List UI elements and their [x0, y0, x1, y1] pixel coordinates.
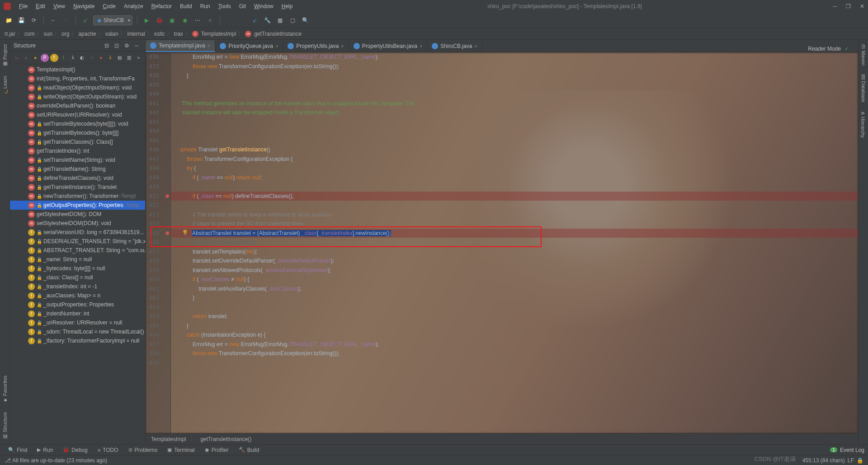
hide-icon[interactable]: ─ — [132, 41, 142, 51]
edge-tab-maven[interactable]: m Maven — [859, 40, 868, 70]
bt-debug[interactable]: 🐞 Debug — [58, 445, 92, 455]
crumb[interactable]: internal — [127, 31, 145, 37]
menu-analyze[interactable]: Analyze — [120, 1, 147, 11]
code-content[interactable]: ErrorMsg err = new ErrorMsg(ErrorMsg.TRA… — [171, 52, 858, 433]
tree-item[interactable]: m🔒getTransletInstance(): Translet — [10, 183, 145, 192]
tree-item[interactable]: f🔒_tfactory: TransformerFactoryImpl = nu… — [10, 336, 145, 345]
maximize-icon[interactable]: ❐ — [846, 3, 851, 9]
crumb[interactable]: TemplatesImpl — [201, 31, 236, 37]
lambda-icon[interactable]: λ — [69, 54, 77, 62]
menu-help[interactable]: Help — [278, 1, 297, 11]
proj-struct-icon[interactable]: ▦ — [275, 15, 285, 25]
menu-view[interactable]: View — [50, 1, 69, 11]
crumb[interactable]: sun — [44, 31, 52, 37]
tree-item[interactable]: m🔒defineTransletClasses(): void — [10, 174, 145, 183]
t4-icon[interactable]: ▤ — [116, 54, 124, 62]
tree-item[interactable]: m🔒getTransletClasses(): Class[] — [10, 137, 145, 146]
sort-icon[interactable]: ↓ₐ — [13, 54, 21, 62]
menu-file[interactable]: File — [15, 1, 31, 11]
search-all-icon[interactable]: ▢ — [288, 15, 298, 25]
tree-item[interactable]: m🔒setTransletName(String): void — [10, 155, 145, 164]
editor-tab[interactable]: PriorityQueue.java× — [215, 40, 283, 52]
tree-item[interactable]: f🔒ABSTRACT_TRANSLET: String = "com.sun — [10, 246, 145, 255]
minimize-icon[interactable]: ─ — [833, 3, 837, 9]
i-icon[interactable]: I — [60, 54, 68, 62]
save-icon[interactable]: 💾 — [16, 15, 26, 25]
menu-tools[interactable]: Tools — [215, 1, 235, 11]
tree-item[interactable]: f🔒_class: Class[] = null — [10, 273, 145, 282]
tree-item[interactable]: m🔒readObject(ObjectInputStream): void — [10, 83, 145, 92]
editor-tab[interactable]: ShiroCB.java× — [427, 40, 482, 52]
search-icon[interactable]: 🔍 — [301, 15, 311, 25]
profile-icon[interactable]: ◉ — [180, 15, 190, 25]
tree-item[interactable]: f🔒_uriResolver: URIResolver = null — [10, 318, 145, 327]
vcs-icon[interactable]: ⎇ — [5, 457, 11, 464]
build-icon[interactable]: ↙ — [80, 15, 90, 25]
ed-crumb[interactable]: TemplatesImpl — [151, 436, 186, 442]
run-icon[interactable]: ▶ — [142, 15, 152, 25]
editor-tab[interactable]: TemplatesImpl.java× — [146, 40, 215, 52]
ed-crumb[interactable]: getTransletInstance() — [200, 436, 251, 442]
menu-code[interactable]: Code — [99, 1, 119, 11]
menu-edit[interactable]: Edit — [32, 1, 49, 11]
tree-item[interactable]: f🔒_transletIndex: int = -1 — [10, 282, 145, 291]
more-icon[interactable]: » — [134, 54, 142, 62]
bt-problems[interactable]: ⊘ Problems — [124, 445, 162, 455]
p-icon[interactable]: P — [41, 54, 49, 62]
crumb[interactable]: xalan — [105, 31, 118, 37]
editor-tab[interactable]: PropertyUtils.java× — [283, 40, 349, 52]
line-sep[interactable]: LF — [848, 457, 854, 464]
gear-icon[interactable]: ⚙ — [122, 41, 132, 51]
t5-icon[interactable]: ▥ — [125, 54, 133, 62]
tree-item[interactable]: f🔒_sdom: ThreadLocal = new ThreadLocal() — [10, 327, 145, 336]
git-update-icon[interactable]: ↙ — [250, 15, 260, 25]
menu-run[interactable]: Run — [197, 1, 214, 11]
menu-window[interactable]: Window — [250, 1, 277, 11]
menu-navigate[interactable]: Navigate — [70, 1, 98, 11]
crumb[interactable]: org — [61, 31, 69, 37]
back-icon[interactable]: ← — [48, 15, 58, 25]
bt-profiler[interactable]: ◉ Profiler — [200, 445, 233, 455]
wrench-icon[interactable]: 🔧 — [263, 15, 273, 25]
menu-refactor[interactable]: Refactor — [148, 1, 175, 11]
attach-icon[interactable]: ⋯ — [193, 15, 203, 25]
tree-item[interactable]: f🔒serialVersionUID: long = 673094361519.… — [10, 228, 145, 237]
run-config-select[interactable]: ◆ShiroCB — [93, 15, 132, 25]
tree-item[interactable]: mTemplatesImpl() — [10, 65, 145, 74]
edge-tab-project[interactable]: ▦ Project — [0, 40, 9, 71]
sort2-icon[interactable]: ↓ — [22, 54, 30, 62]
edge-tab-hierarchy[interactable]: ⋔ Hierarchy — [859, 107, 868, 142]
menu-git[interactable]: Git — [236, 1, 250, 11]
t2-icon[interactable]: ● — [97, 54, 105, 62]
forward-icon[interactable]: → — [61, 15, 71, 25]
edge-tab-database[interactable]: 🗄 Database — [859, 70, 868, 107]
tree-item[interactable]: minit(String, Properties, int, Transform… — [10, 74, 145, 83]
crumb[interactable]: trax — [174, 31, 183, 37]
crumb[interactable]: com — [24, 31, 35, 37]
tree-item[interactable]: f🔒_name: String = null — [10, 255, 145, 264]
crumb[interactable]: apache — [78, 31, 96, 37]
expand-icon[interactable]: ⊡ — [112, 41, 122, 51]
tree-item[interactable]: f🔒_bytecodes: byte[][] = null — [10, 264, 145, 273]
tree-item[interactable]: moverrideDefaultParser(): boolean — [10, 101, 145, 110]
filter-icon[interactable]: ● — [31, 54, 39, 62]
tree-item[interactable]: msetStylesheetDOM(DOM): void — [10, 219, 145, 228]
tree-item[interactable]: f🔒_auxClasses: Map> = n — [10, 291, 145, 300]
tree-item[interactable]: m🔒setTransletBytecodes(byte[][]): void — [10, 119, 145, 128]
tree-item[interactable]: mgetStylesheetDOM(): DOM — [10, 210, 145, 219]
t3-icon[interactable]: λ — [106, 54, 114, 62]
editor-tab[interactable]: PropertyUtilsBean.java× — [349, 40, 428, 52]
f-icon[interactable]: f — [50, 54, 58, 62]
tree-item[interactable]: m🔒getTransletName(): String — [10, 164, 145, 174]
menu-build[interactable]: Build — [176, 1, 196, 11]
tree-item[interactable]: f🔒_outputProperties: Properties — [10, 300, 145, 309]
tree-item[interactable]: f🔒DESERIALIZE_TRANSLET: String = "jdk.xn — [10, 237, 145, 246]
edge-tab-learn[interactable]: 🎓 Learn — [0, 71, 9, 100]
bt-build[interactable]: 🔨 Build — [234, 445, 264, 455]
reader-mode-label[interactable]: Reader Mode — [808, 46, 841, 52]
tree-item[interactable]: m🔒getOutputProperties(): Properties ↑Tem… — [10, 201, 145, 210]
collapse-icon[interactable]: ⊟ — [102, 41, 112, 51]
code-editor[interactable]: 4364374384394404414424434444454464474484… — [146, 52, 858, 433]
crumb[interactable]: getTransletInstance — [254, 31, 302, 37]
tree-item[interactable]: m🔒getTransletBytecodes(): byte[][] — [10, 128, 145, 137]
